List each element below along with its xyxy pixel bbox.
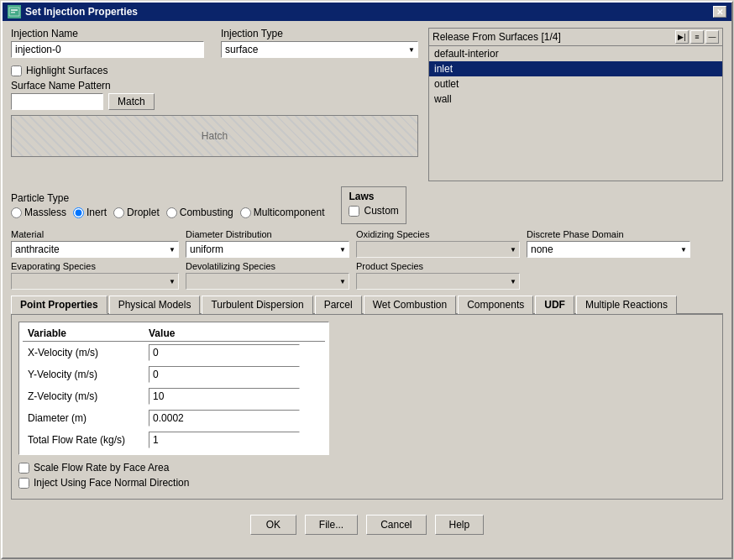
injection-type-select[interactable]: surface single group bbox=[221, 41, 418, 58]
list-item-wall[interactable]: wall bbox=[429, 92, 722, 107]
tab-turbulent-dispersion[interactable]: Turbulent Dispersion bbox=[202, 296, 312, 314]
row-3-variable: Z-Velocity (m/s) bbox=[23, 385, 144, 407]
tab-parcel[interactable]: Parcel bbox=[315, 296, 362, 314]
main-content: Injection Name Injection Type surface si… bbox=[3, 21, 731, 548]
list-item-default-interior[interactable]: default-interior bbox=[429, 46, 722, 61]
release-panel-header: Release From Surfaces [1/4] ▶| ≡ — bbox=[429, 29, 722, 46]
injection-type-wrapper: surface single group bbox=[221, 41, 418, 58]
value-col-header: Value bbox=[144, 326, 325, 342]
bottom-buttons: OK File... Cancel Help bbox=[11, 508, 723, 542]
custom-label: Custom bbox=[364, 205, 398, 217]
evaporating-select[interactable] bbox=[11, 273, 179, 290]
radio-combusting: Combusting bbox=[166, 207, 233, 218]
inject-face-normal-checkbox[interactable] bbox=[18, 478, 29, 489]
cancel-button[interactable]: Cancel bbox=[366, 515, 426, 535]
title-bar-left: Set Injection Properties bbox=[8, 5, 138, 18]
radio-inert-label: Inert bbox=[87, 207, 107, 218]
material-label: Material bbox=[11, 229, 179, 239]
title-bar: Set Injection Properties ✕ bbox=[3, 3, 731, 21]
panel-btn-1[interactable]: ▶| bbox=[675, 30, 689, 44]
particle-type-radios: Massless Inert Droplet Combusting bbox=[11, 207, 324, 218]
app-icon bbox=[8, 5, 21, 18]
ok-button[interactable]: OK bbox=[250, 515, 296, 535]
radio-droplet-input[interactable] bbox=[113, 207, 124, 218]
inject-face-normal-label: Inject Using Face Normal Direction bbox=[34, 477, 189, 489]
radio-multicomponent-label: Multicomponent bbox=[254, 207, 325, 218]
release-panel: Release From Surfaces [1/4] ▶| ≡ — defau… bbox=[428, 28, 723, 181]
properties-table: Variable Value X-Velocity (m/s) Y-Veloci… bbox=[23, 326, 325, 451]
flow-rate-input[interactable] bbox=[149, 432, 300, 448]
release-surfaces-list: default-interior inlet outlet wall bbox=[429, 46, 722, 147]
product-species-group: Product Species bbox=[356, 261, 520, 290]
tab-components[interactable]: Components bbox=[458, 296, 533, 314]
x-velocity-input[interactable] bbox=[149, 344, 300, 361]
name-type-row: Injection Name Injection Type surface si… bbox=[11, 28, 418, 58]
product-species-select[interactable] bbox=[356, 273, 520, 290]
product-species-label: Product Species bbox=[356, 261, 520, 271]
row-5-value bbox=[144, 429, 325, 451]
row-4-variable: Diameter (m) bbox=[23, 407, 144, 429]
y-velocity-input[interactable] bbox=[149, 366, 300, 383]
tab-multiple-reactions[interactable]: Multiple Reactions bbox=[576, 296, 677, 314]
match-button[interactable]: Match bbox=[108, 93, 155, 110]
variable-col-header: Variable bbox=[23, 326, 144, 342]
list-item-outlet[interactable]: outlet bbox=[429, 76, 722, 92]
custom-checkbox[interactable] bbox=[349, 206, 359, 217]
radio-massless-input[interactable] bbox=[11, 207, 22, 218]
material-select[interactable]: anthracite bbox=[11, 241, 179, 258]
discrete-phase-select[interactable]: none bbox=[527, 241, 690, 258]
tab-physical-models[interactable]: Physical Models bbox=[109, 296, 201, 314]
oxidizing-label: Oxidizing Species bbox=[356, 229, 520, 239]
scale-flow-rate-checkbox[interactable] bbox=[18, 463, 29, 474]
dialog-title: Set Injection Properties bbox=[25, 6, 138, 18]
radio-inert-input[interactable] bbox=[73, 207, 84, 218]
devolatilizing-wrapper bbox=[186, 273, 349, 290]
radio-massless: Massless bbox=[11, 207, 66, 218]
row-1-variable: X-Velocity (m/s) bbox=[23, 342, 144, 364]
evaporating-group: Evaporating Species bbox=[11, 261, 179, 290]
injection-name-input[interactable] bbox=[11, 41, 204, 58]
tab-wet-combustion[interactable]: Wet Combustion bbox=[364, 296, 456, 314]
product-species-wrapper bbox=[356, 273, 520, 290]
tab-point-properties[interactable]: Point Properties bbox=[11, 296, 107, 314]
radio-droplet-label: Droplet bbox=[127, 207, 160, 218]
surface-name-pattern-input[interactable] bbox=[11, 93, 103, 110]
hatch-label: Hatch bbox=[202, 130, 228, 142]
radio-multicomponent: Multicomponent bbox=[240, 207, 325, 218]
highlight-surfaces-row: Highlight Surfaces bbox=[11, 65, 418, 76]
diameter-dist-group: Diameter Distribution uniform rosin-ramm… bbox=[186, 229, 349, 258]
evaporating-wrapper bbox=[11, 273, 179, 290]
svg-rect-2 bbox=[11, 12, 15, 13]
laws-group: Laws Custom bbox=[341, 186, 406, 224]
custom-checkbox-row: Custom bbox=[349, 205, 398, 217]
row-4-value bbox=[144, 407, 325, 429]
tab-udf[interactable]: UDF bbox=[535, 296, 574, 314]
release-panel-title: Release From Surfaces [1/4] bbox=[433, 31, 561, 43]
file-button[interactable]: File... bbox=[305, 515, 358, 535]
z-velocity-input[interactable] bbox=[149, 388, 300, 405]
radio-combusting-input[interactable] bbox=[166, 207, 177, 218]
diameter-input[interactable] bbox=[149, 410, 300, 427]
particle-laws-row: Particle Type Massless Inert Droplet bbox=[11, 186, 723, 224]
panel-btn-3[interactable]: — bbox=[705, 30, 719, 44]
hatch-area: Hatch bbox=[11, 115, 418, 157]
panel-buttons: ▶| ≡ — bbox=[675, 30, 719, 44]
devolatilizing-select[interactable] bbox=[186, 273, 349, 290]
highlight-surfaces-label: Highlight Surfaces bbox=[26, 65, 107, 76]
row-3-value bbox=[144, 385, 325, 407]
close-button[interactable]: ✕ bbox=[713, 6, 726, 18]
oxidizing-select[interactable] bbox=[356, 241, 520, 258]
table-row: Z-Velocity (m/s) bbox=[23, 385, 325, 407]
radio-combusting-label: Combusting bbox=[180, 207, 233, 218]
help-button[interactable]: Help bbox=[435, 515, 485, 535]
dropdowns-row-2: Evaporating Species Devolatilizing Speci… bbox=[11, 261, 723, 290]
list-item-inlet[interactable]: inlet bbox=[429, 61, 722, 76]
diameter-dist-select[interactable]: uniform rosin-rammler bbox=[186, 241, 349, 258]
material-wrapper: anthracite bbox=[11, 241, 179, 258]
panel-btn-2[interactable]: ≡ bbox=[690, 30, 704, 44]
radio-multicomponent-input[interactable] bbox=[240, 207, 251, 218]
scale-flow-rate-row: Scale Flow Rate by Face Area bbox=[18, 462, 716, 474]
particle-type-group: Particle Type Massless Inert Droplet bbox=[11, 192, 324, 218]
highlight-surfaces-checkbox[interactable] bbox=[11, 65, 22, 76]
surface-name-pattern-label: Surface Name Pattern bbox=[11, 80, 111, 92]
